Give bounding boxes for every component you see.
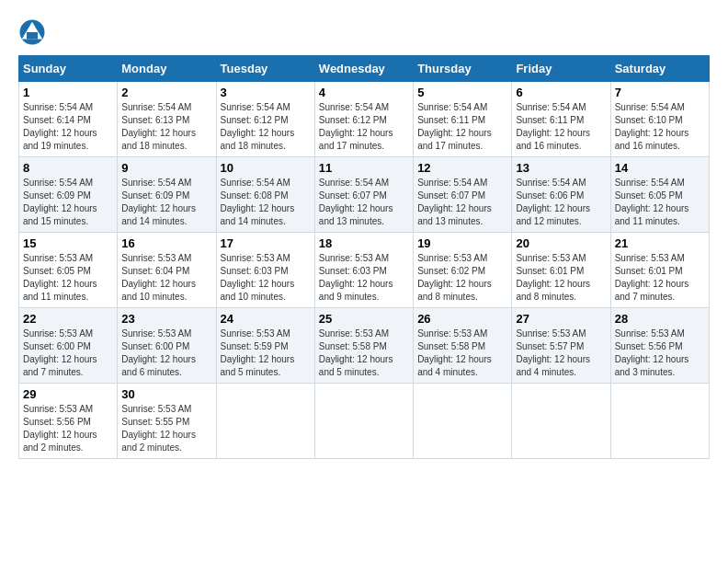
day-number: 22 bbox=[23, 312, 113, 326]
day-info: Sunrise: 5:53 AMSunset: 6:00 PMDaylight:… bbox=[121, 328, 196, 377]
day-info: Sunrise: 5:53 AMSunset: 6:00 PMDaylight:… bbox=[23, 328, 97, 377]
day-number: 12 bbox=[417, 161, 507, 175]
day-number: 15 bbox=[23, 236, 113, 250]
day-info: Sunrise: 5:54 AMSunset: 6:10 PMDaylight:… bbox=[615, 102, 689, 151]
day-info: Sunrise: 5:53 AMSunset: 6:05 PMDaylight:… bbox=[23, 253, 97, 302]
day-cell: 8 Sunrise: 5:54 AMSunset: 6:09 PMDayligh… bbox=[19, 157, 118, 233]
day-number: 6 bbox=[516, 86, 606, 99]
day-number: 23 bbox=[121, 312, 211, 326]
day-cell bbox=[610, 384, 709, 459]
day-info: Sunrise: 5:53 AMSunset: 5:55 PMDaylight:… bbox=[121, 404, 196, 453]
day-info: Sunrise: 5:54 AMSunset: 6:07 PMDaylight:… bbox=[319, 178, 393, 226]
day-cell: 15 Sunrise: 5:53 AMSunset: 6:05 PMDaylig… bbox=[19, 233, 118, 308]
day-info: Sunrise: 5:53 AMSunset: 5:59 PMDaylight:… bbox=[221, 328, 295, 377]
day-info: Sunrise: 5:54 AMSunset: 6:11 PMDaylight:… bbox=[516, 102, 590, 151]
day-number: 21 bbox=[615, 236, 705, 250]
day-number: 20 bbox=[516, 236, 606, 250]
day-cell bbox=[216, 384, 314, 459]
day-number: 26 bbox=[417, 312, 507, 326]
day-info: Sunrise: 5:53 AMSunset: 5:56 PMDaylight:… bbox=[615, 328, 689, 377]
day-info: Sunrise: 5:53 AMSunset: 5:58 PMDaylight:… bbox=[319, 328, 393, 377]
day-number: 13 bbox=[516, 161, 606, 175]
day-cell: 11 Sunrise: 5:54 AMSunset: 6:07 PMDaylig… bbox=[314, 157, 413, 233]
day-cell: 22 Sunrise: 5:53 AMSunset: 6:00 PMDaylig… bbox=[19, 308, 118, 384]
day-info: Sunrise: 5:54 AMSunset: 6:07 PMDaylight:… bbox=[417, 178, 492, 226]
week-row-2: 8 Sunrise: 5:54 AMSunset: 6:09 PMDayligh… bbox=[19, 157, 710, 233]
day-cell: 17 Sunrise: 5:53 AMSunset: 6:03 PMDaylig… bbox=[216, 233, 314, 308]
day-number: 27 bbox=[516, 312, 606, 326]
header-sunday: Sunday bbox=[19, 56, 118, 82]
day-cell: 13 Sunrise: 5:54 AMSunset: 6:06 PMDaylig… bbox=[512, 157, 610, 233]
day-info: Sunrise: 5:54 AMSunset: 6:12 PMDaylight:… bbox=[319, 102, 393, 151]
day-info: Sunrise: 5:54 AMSunset: 6:09 PMDaylight:… bbox=[23, 178, 97, 226]
day-info: Sunrise: 5:53 AMSunset: 6:01 PMDaylight:… bbox=[615, 253, 689, 302]
day-cell: 26 Sunrise: 5:53 AMSunset: 5:58 PMDaylig… bbox=[414, 308, 512, 384]
day-cell: 19 Sunrise: 5:53 AMSunset: 6:02 PMDaylig… bbox=[414, 233, 512, 308]
day-cell bbox=[414, 384, 512, 459]
header-tuesday: Tuesday bbox=[216, 56, 314, 82]
day-number: 3 bbox=[221, 86, 311, 99]
day-info: Sunrise: 5:53 AMSunset: 5:57 PMDaylight:… bbox=[516, 328, 590, 377]
day-number: 16 bbox=[121, 236, 211, 250]
day-number: 25 bbox=[319, 312, 409, 326]
day-cell: 23 Sunrise: 5:53 AMSunset: 6:00 PMDaylig… bbox=[118, 308, 216, 384]
day-number: 9 bbox=[121, 161, 211, 175]
day-info: Sunrise: 5:53 AMSunset: 5:56 PMDaylight:… bbox=[23, 404, 97, 453]
day-info: Sunrise: 5:54 AMSunset: 6:12 PMDaylight:… bbox=[221, 102, 295, 151]
day-cell: 7 Sunrise: 5:54 AMSunset: 6:10 PMDayligh… bbox=[610, 82, 709, 157]
day-info: Sunrise: 5:54 AMSunset: 6:06 PMDaylight:… bbox=[516, 178, 590, 226]
header-wednesday: Wednesday bbox=[314, 56, 413, 82]
logo-icon bbox=[18, 18, 46, 46]
logo bbox=[18, 18, 48, 46]
day-number: 11 bbox=[319, 161, 409, 175]
day-cell: 16 Sunrise: 5:53 AMSunset: 6:04 PMDaylig… bbox=[118, 233, 216, 308]
day-cell: 20 Sunrise: 5:53 AMSunset: 6:01 PMDaylig… bbox=[512, 233, 610, 308]
day-cell: 10 Sunrise: 5:54 AMSunset: 6:08 PMDaylig… bbox=[216, 157, 314, 233]
day-cell: 5 Sunrise: 5:54 AMSunset: 6:11 PMDayligh… bbox=[414, 82, 512, 157]
day-number: 2 bbox=[121, 86, 211, 99]
header-monday: Monday bbox=[118, 56, 216, 82]
day-info: Sunrise: 5:54 AMSunset: 6:08 PMDaylight:… bbox=[221, 178, 295, 226]
calendar-header-row: SundayMondayTuesdayWednesdayThursdayFrid… bbox=[19, 56, 710, 82]
day-number: 4 bbox=[319, 86, 409, 99]
week-row-3: 15 Sunrise: 5:53 AMSunset: 6:05 PMDaylig… bbox=[19, 233, 710, 308]
week-row-1: 1 Sunrise: 5:54 AMSunset: 6:14 PMDayligh… bbox=[19, 82, 710, 157]
day-info: Sunrise: 5:54 AMSunset: 6:14 PMDaylight:… bbox=[23, 102, 97, 151]
day-cell: 27 Sunrise: 5:53 AMSunset: 5:57 PMDaylig… bbox=[512, 308, 610, 384]
calendar-table: SundayMondayTuesdayWednesdayThursdayFrid… bbox=[18, 55, 710, 459]
day-number: 28 bbox=[615, 312, 705, 326]
day-cell: 12 Sunrise: 5:54 AMSunset: 6:07 PMDaylig… bbox=[414, 157, 512, 233]
day-cell: 29 Sunrise: 5:53 AMSunset: 5:56 PMDaylig… bbox=[19, 384, 118, 459]
svg-rect-2 bbox=[27, 32, 38, 40]
day-number: 29 bbox=[23, 387, 113, 401]
day-cell: 6 Sunrise: 5:54 AMSunset: 6:11 PMDayligh… bbox=[512, 82, 610, 157]
day-cell: 3 Sunrise: 5:54 AMSunset: 6:12 PMDayligh… bbox=[216, 82, 314, 157]
day-number: 17 bbox=[221, 236, 311, 250]
page-header bbox=[18, 18, 710, 46]
day-cell: 14 Sunrise: 5:54 AMSunset: 6:05 PMDaylig… bbox=[610, 157, 709, 233]
day-number: 1 bbox=[23, 86, 113, 99]
header-saturday: Saturday bbox=[610, 56, 709, 82]
day-number: 14 bbox=[615, 161, 705, 175]
day-cell: 25 Sunrise: 5:53 AMSunset: 5:58 PMDaylig… bbox=[314, 308, 413, 384]
day-number: 30 bbox=[121, 387, 211, 401]
day-info: Sunrise: 5:53 AMSunset: 6:03 PMDaylight:… bbox=[319, 253, 393, 302]
day-cell: 2 Sunrise: 5:54 AMSunset: 6:13 PMDayligh… bbox=[118, 82, 216, 157]
day-info: Sunrise: 5:53 AMSunset: 6:02 PMDaylight:… bbox=[417, 253, 492, 302]
day-info: Sunrise: 5:54 AMSunset: 6:11 PMDaylight:… bbox=[417, 102, 492, 151]
day-cell: 18 Sunrise: 5:53 AMSunset: 6:03 PMDaylig… bbox=[314, 233, 413, 308]
day-number: 18 bbox=[319, 236, 409, 250]
week-row-4: 22 Sunrise: 5:53 AMSunset: 6:00 PMDaylig… bbox=[19, 308, 710, 384]
day-info: Sunrise: 5:53 AMSunset: 5:58 PMDaylight:… bbox=[417, 328, 492, 377]
day-cell: 28 Sunrise: 5:53 AMSunset: 5:56 PMDaylig… bbox=[610, 308, 709, 384]
day-info: Sunrise: 5:53 AMSunset: 6:03 PMDaylight:… bbox=[221, 253, 295, 302]
header-thursday: Thursday bbox=[414, 56, 512, 82]
day-cell: 9 Sunrise: 5:54 AMSunset: 6:09 PMDayligh… bbox=[118, 157, 216, 233]
day-number: 19 bbox=[417, 236, 507, 250]
day-number: 10 bbox=[221, 161, 311, 175]
day-info: Sunrise: 5:54 AMSunset: 6:05 PMDaylight:… bbox=[615, 178, 689, 226]
day-cell: 1 Sunrise: 5:54 AMSunset: 6:14 PMDayligh… bbox=[19, 82, 118, 157]
header-friday: Friday bbox=[512, 56, 610, 82]
day-info: Sunrise: 5:54 AMSunset: 6:09 PMDaylight:… bbox=[121, 178, 196, 226]
day-number: 24 bbox=[221, 312, 311, 326]
